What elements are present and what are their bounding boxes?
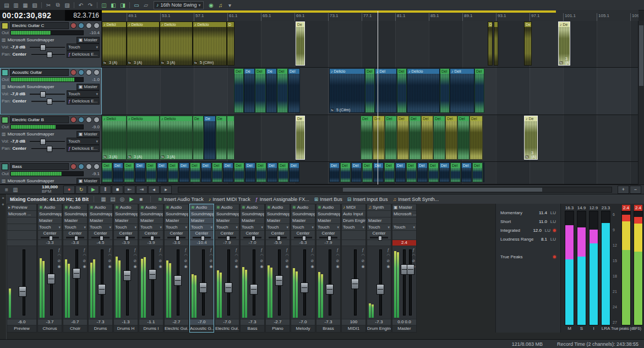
mixer-strip-preview[interactable]: ▸PreviewMicrosoft ...-6.0Preview [7,204,37,333]
strip-mute-icon[interactable]: ⊘ [259,259,264,263]
strip-monitor-icon[interactable]: ◠ [386,253,391,257]
strip-solo-icon[interactable]: ◉ [209,264,214,268]
strip-fx-icon[interactable]: ƒ [107,248,112,252]
audio-clip[interactable]: De [266,68,277,113]
pan-value[interactable]: Center [12,146,30,151]
audio-clip[interactable]: Del [421,116,433,160]
strip-device-label[interactable]: Soundmapper [140,211,163,217]
audio-clip[interactable]: Del [483,162,484,182]
strip-bus-label[interactable]: Master [166,218,179,224]
strip-mute-icon[interactable]: ⊘ [183,259,188,263]
strip-device-label[interactable]: Microsoft ... [8,211,31,217]
strip-monitor-icon[interactable]: ◠ [158,253,163,257]
audio-clip[interactable]: Del [409,116,421,160]
go-to-start-button[interactable]: ⇤ [124,186,135,194]
strip-monitor-icon[interactable]: ◠ [209,253,214,257]
pan-slider[interactable] [66,237,84,238]
mixer-strip-drum-engine[interactable]: ♫SynthMasterTouch▾Centerƒ◠⊘◉-7.3Drum Eng… [367,204,391,333]
audio-clip[interactable]: Del [440,68,450,113]
audio-clip[interactable]: Del [146,162,156,182]
strip-monitor-icon[interactable]: ◠ [361,253,365,257]
strip-pan-control[interactable]: Center [165,231,188,240]
strip-mute-icon[interactable]: ⊘ [82,259,87,263]
strip-device-label[interactable]: Soundmapper [242,211,264,217]
strip-monitor-icon[interactable]: ◠ [57,253,62,257]
pan-value[interactable]: Center [12,52,30,57]
volume-slider[interactable] [30,91,65,96]
audio-clip[interactable]: Del [397,116,409,160]
audio-clip[interactable]: Del [417,162,428,182]
snap-toggle-icon[interactable]: ◧ [109,1,118,9]
track-lane[interactable]: DelDeDelDeDelDel♪ Deliciofx5 (C#m)Del♪ D… [102,68,638,115]
strip-monitor-icon[interactable]: ◠ [82,253,87,257]
strip-fx-icon[interactable]: ƒ [133,248,138,252]
automation-mode-select[interactable]: Touch▾ [67,44,100,51]
pan-slider[interactable] [31,146,65,151]
audio-clip[interactable]: De [296,116,305,160]
strip-fx-icon[interactable]: ƒ [259,248,264,252]
mixer-strip-chorus[interactable]: ≋AudioSoundmapperMasterTouch▾Center-3.3ƒ… [37,204,62,333]
pan-slider[interactable] [31,52,65,57]
timeline-ruler[interactable]: 49.153.157.161.165.169.173.177.181.185.1… [102,10,638,21]
fader-handle[interactable] [301,282,308,293]
audio-clip[interactable]: Del [179,162,189,182]
audio-clip[interactable]: Del [102,162,112,182]
audio-clip[interactable]: Del [245,162,255,182]
audio-clip[interactable]: Del [457,116,470,160]
strip-monitor-icon[interactable]: ◠ [310,253,315,257]
mixer-strip-choir[interactable]: ≋AudioSoundmapperMasterTouch▾Center-3.8ƒ… [63,204,88,333]
stop-button[interactable]: ■ [112,186,123,194]
new-project-icon[interactable]: ▤ [2,1,11,9]
pause-button[interactable]: ‖ [100,186,111,194]
audio-clip[interactable]: Del [433,116,445,160]
audio-clip[interactable]: Del [340,162,351,182]
close-icon[interactable]: × [2,195,4,200]
strip-pan-control[interactable]: Center [266,231,290,240]
audio-clip[interactable]: Del [124,162,134,182]
selection-tool-icon[interactable]: ▭ [132,1,141,9]
mixer-strip-melody[interactable]: ≋AudioSoundmapperMasterTouch▾Center-6.3ƒ… [291,204,315,333]
strip-automation-label[interactable]: Touch [191,224,203,230]
track-fx-chain[interactable]: ƒDelicious E... [67,145,100,152]
mixer-strip-electric-gui-[interactable]: ≋AudioSoundmapperMasterTouch▾Center-7.9ƒ… [215,204,239,333]
track-arm-button[interactable] [70,23,77,29]
track-header[interactable]: BassOut-9.1▥Microsoft Soundmapper▣ Maste… [0,162,102,184]
track-header[interactable]: Acoustic GuitarOut-1.0▥Microsoft Soundma… [0,68,102,115]
track-mute-button[interactable] [78,117,84,123]
strip-db-value[interactable]: -2.7 [165,319,188,325]
strip-mute-icon[interactable]: ⊘ [411,259,416,263]
track-header[interactable]: Electric Guitar BOut-9.0▥Microsoft Sound… [0,115,102,161]
envelope-tool-icon[interactable]: ▱ [141,1,150,9]
audio-clip[interactable]: Del [472,162,483,182]
clip-fx-badge[interactable]: fx [525,155,529,159]
clip-fx-badge[interactable]: fx [128,155,132,159]
strip-automation-label[interactable]: Touch [90,224,101,230]
audio-clip[interactable]: Del [190,162,200,182]
audio-clip[interactable]: Del [397,68,407,113]
clip-fx-badge[interactable]: fx [559,61,563,64]
paste-icon[interactable]: ▨ [63,1,72,9]
strip-db-value[interactable]: -0.7 [63,319,87,325]
strip-mute-icon[interactable]: ⊘ [310,259,315,263]
strip-solo-icon[interactable]: ◉ [310,264,315,268]
track-fx-button[interactable] [94,69,100,75]
pan-slider[interactable] [269,237,287,238]
track-solo-button[interactable] [86,23,92,29]
strip-mute-icon[interactable]: ⊘ [209,259,214,263]
audio-clip[interactable]: Del [461,162,472,182]
audio-clip[interactable]: ♪ Delicifx3 (A) [102,116,127,160]
clip-fx-badge[interactable]: fx [330,108,334,112]
fader-handle[interactable] [376,284,384,295]
mixer-settings-icon[interactable]: ◎ [118,195,127,203]
strip-bus-label[interactable]: Master [191,218,204,224]
audio-clip[interactable]: Del [113,162,123,182]
audio-clip[interactable]: ♪ Deliciofx5 (C#m) [329,68,365,113]
pin-icon[interactable]: ⌖ [2,202,4,208]
audio-clip[interactable]: Del [135,162,145,182]
track-mute-button[interactable] [78,164,84,170]
timecode-display[interactable]: 00:02:30,892 [0,10,65,21]
audio-clip[interactable]: De [296,21,305,66]
strip-automation-label[interactable]: Touch [140,224,152,230]
track-name[interactable]: Bass [10,163,69,170]
strip-monitor-icon[interactable]: ◠ [335,253,340,257]
